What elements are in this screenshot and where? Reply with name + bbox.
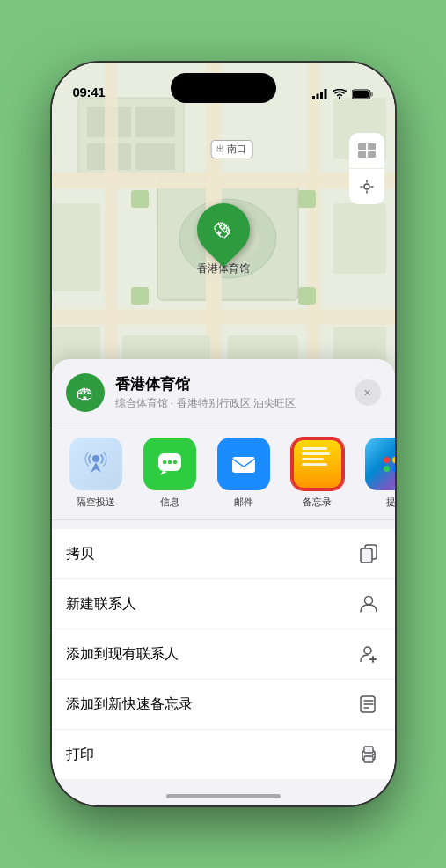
action-new-contact[interactable]: 新建联系人: [52, 579, 395, 629]
svg-point-40: [167, 460, 171, 464]
svg-rect-1: [316, 94, 318, 100]
svg-point-51: [371, 754, 373, 755]
notes-line-1: [302, 447, 328, 450]
svg-rect-29: [298, 190, 316, 208]
airdrop-label: 隔空投送: [77, 496, 115, 509]
venue-subtitle: 综合体育馆 · 香港特别行政区 油尖旺区: [115, 396, 344, 411]
svg-rect-2: [320, 92, 323, 99]
map-label-nankou: 出 南口: [210, 140, 252, 158]
venue-icon: 🏟: [66, 373, 105, 412]
action-add-existing[interactable]: 添加到现有联系人: [52, 629, 395, 680]
map-type-button[interactable]: [349, 133, 384, 168]
share-item-notes[interactable]: 备忘录: [288, 438, 347, 509]
notes-icon: [291, 438, 344, 490]
svg-rect-16: [52, 173, 395, 188]
messages-icon: [143, 438, 196, 490]
messages-label: 信息: [160, 496, 179, 509]
action-print-label: 打印: [66, 746, 94, 764]
action-list: 拷贝 新建联系人: [52, 529, 395, 779]
battery-icon: [352, 89, 374, 99]
notes-line-3: [302, 458, 324, 460]
dynamic-island: [171, 73, 276, 103]
more-icon: [365, 438, 395, 490]
more-dots: [384, 457, 395, 472]
svg-rect-34: [358, 151, 366, 158]
svg-rect-33: [368, 143, 376, 150]
more-label: 提: [386, 496, 395, 509]
status-time: 09:41: [73, 85, 106, 99]
venue-info: 香港体育馆 综合体育馆 · 香港特别行政区 油尖旺区: [115, 374, 344, 411]
location-button[interactable]: [349, 169, 384, 204]
svg-rect-5: [353, 91, 369, 98]
phone-screen: 09:41: [52, 63, 395, 805]
notes-line-2: [302, 452, 330, 455]
svg-rect-30: [131, 287, 149, 305]
svg-rect-44: [361, 548, 372, 563]
print-icon: [356, 742, 381, 767]
svg-rect-32: [358, 143, 366, 150]
svg-rect-3: [324, 89, 326, 99]
notes-label: 备忘录: [303, 496, 332, 509]
share-item-airdrop[interactable]: 隔空投送: [66, 438, 126, 509]
action-print[interactable]: 打印: [52, 730, 395, 779]
svg-rect-50: [364, 756, 373, 762]
action-copy-label: 拷贝: [66, 545, 94, 563]
action-add-existing-label: 添加到现有联系人: [66, 645, 179, 664]
action-add-notes-label: 添加到新快速备忘录: [66, 695, 193, 714]
svg-rect-11: [135, 107, 175, 137]
svg-rect-28: [131, 190, 149, 208]
person-add-icon: [356, 642, 381, 666]
exit-icon: 出: [216, 143, 224, 155]
svg-rect-42: [232, 457, 255, 473]
svg-rect-49: [364, 747, 373, 753]
svg-rect-17: [52, 309, 395, 325]
svg-point-45: [364, 597, 372, 605]
action-new-contact-label: 新建联系人: [66, 595, 136, 614]
svg-rect-22: [333, 203, 386, 274]
share-item-more[interactable]: 提: [362, 438, 395, 509]
pin-inner: 🏟: [203, 210, 244, 250]
map-controls: [349, 133, 384, 204]
svg-rect-12: [135, 143, 175, 170]
status-icons: [312, 89, 374, 99]
mail-icon: [217, 438, 270, 490]
action-add-notes[interactable]: 添加到新快速备忘录: [52, 680, 395, 730]
svg-point-41: [172, 460, 176, 464]
location-pin: 🏟 香港体育馆: [197, 203, 250, 276]
svg-rect-0: [312, 96, 315, 99]
svg-rect-6: [370, 92, 373, 97]
svg-point-37: [92, 455, 99, 462]
airdrop-icon: [69, 438, 122, 490]
sheet-header: 🏟 香港体育馆 综合体育馆 · 香港特别行政区 油尖旺区 ×: [52, 359, 395, 423]
person-icon: [356, 592, 381, 616]
wifi-icon: [333, 89, 347, 99]
notes-line-4: [302, 463, 328, 466]
pin-icon: 🏟: [208, 215, 238, 245]
action-copy[interactable]: 拷贝: [52, 529, 395, 579]
svg-rect-24: [52, 203, 100, 291]
svg-rect-35: [368, 151, 376, 158]
venue-name: 香港体育馆: [115, 374, 344, 394]
copy-icon: [356, 541, 381, 566]
svg-point-36: [364, 184, 369, 189]
svg-rect-31: [298, 287, 316, 305]
share-item-mail[interactable]: 邮件: [214, 438, 274, 509]
phone-shell: 09:41: [52, 63, 395, 805]
bottom-sheet: 🏟 香港体育馆 综合体育馆 · 香港特别行政区 油尖旺区 ×: [52, 359, 395, 805]
home-indicator: [166, 794, 281, 798]
share-row: 隔空投送 信息: [52, 423, 395, 520]
close-button[interactable]: ×: [355, 379, 381, 406]
mail-label: 邮件: [234, 496, 253, 509]
svg-point-39: [162, 460, 165, 464]
svg-point-46: [364, 647, 371, 654]
signal-icon: [312, 89, 327, 99]
note-icon: [356, 692, 381, 717]
share-item-messages[interactable]: 信息: [140, 438, 200, 509]
pin-circle: 🏟: [186, 193, 260, 268]
